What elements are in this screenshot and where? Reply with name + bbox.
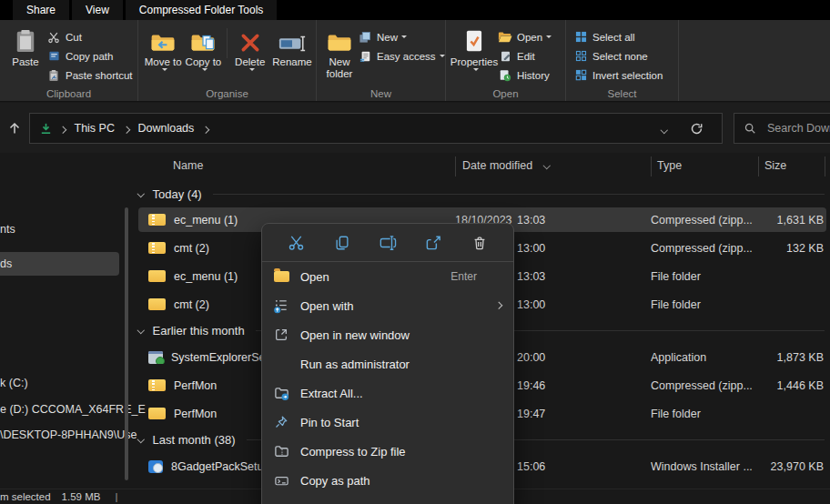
breadcrumb-downloads[interactable]: Downloads [136, 122, 196, 135]
invert-selection-button[interactable]: Invert selection [573, 66, 663, 85]
copy-icon [334, 235, 350, 251]
paste-clipboard-icon [15, 25, 36, 54]
shortcut-label: Enter [450, 270, 477, 283]
search-input[interactable]: Search Downloads [734, 113, 830, 144]
open-group-label: Open [446, 88, 565, 99]
new-folder-icon [326, 25, 353, 54]
context-menu: Open Enter Open with Open in new window … [261, 223, 514, 504]
clipboard-group-label: Clipboard [0, 88, 137, 99]
ribbon-group-new: New folder New Easy access New [317, 20, 446, 101]
column-divider[interactable] [651, 156, 652, 176]
scissors-icon [288, 234, 305, 251]
copy-to-button[interactable]: Copy to [183, 25, 223, 71]
folder-icon [148, 298, 166, 310]
delete-icon-button[interactable] [466, 229, 493, 257]
menu-item-open[interactable]: Open Enter [262, 262, 513, 291]
dropdown-caret [249, 68, 255, 71]
breadcrumb-chevron-icon [123, 126, 130, 133]
copy-icon-button[interactable] [329, 229, 356, 257]
zip-folder-icon [148, 242, 166, 254]
search-placeholder: Search Downloads [767, 122, 830, 135]
paste-shortcut-button[interactable]: Paste shortcut [46, 66, 133, 85]
column-header-name[interactable]: Name [173, 159, 203, 172]
properties-button[interactable]: Properties [450, 25, 498, 85]
sidebar-item-network-path[interactable]: \DESKTOP-8PHHAN9\Use [0, 428, 137, 441]
downloads-folder-icon [39, 122, 53, 136]
new-folder-button[interactable]: New folder [321, 25, 358, 79]
address-bar[interactable]: This PC Downloads [29, 113, 723, 144]
select-all-button[interactable]: Select all [573, 27, 663, 46]
rename-icon [379, 235, 397, 251]
folder-icon [148, 270, 166, 282]
sort-indicator-icon [544, 155, 550, 171]
ribbon-group-clipboard: Paste Cut Copy path [0, 20, 138, 101]
menu-item-open-with[interactable]: Open with [262, 291, 513, 320]
cut-icon-button[interactable] [282, 229, 309, 257]
easy-access-button[interactable]: Easy access [358, 46, 445, 66]
zip-folder-icon [148, 214, 166, 226]
column-divider[interactable] [455, 156, 456, 176]
copy-path-icon [46, 49, 61, 63]
rename-icon-button[interactable] [374, 229, 401, 257]
column-header-type[interactable]: Type [657, 159, 682, 172]
select-none-button[interactable]: Select none [573, 46, 663, 66]
tab-share[interactable]: Share [13, 0, 69, 20]
tab-view[interactable]: View [72, 0, 123, 20]
sidebar-item-drive-d[interactable]: e (D:) CCCOMA_X64FRE_E [0, 403, 146, 416]
column-divider[interactable] [825, 156, 825, 176]
pin-icon [273, 414, 289, 430]
delete-button[interactable]: Delete [230, 25, 270, 71]
menu-item-copy-as-path[interactable]: Copy as path [262, 466, 513, 495]
paste-button[interactable]: Paste [5, 25, 46, 85]
menu-item-compress-to-zip[interactable]: Compress to Zip file [262, 437, 513, 466]
sidebar-item-local-disk-c[interactable]: k (C:) [0, 377, 28, 389]
menu-item-open-in-new-window[interactable]: Open in new window [262, 320, 513, 349]
invert-selection-icon [573, 68, 588, 82]
app-installer-icon [148, 460, 163, 473]
up-arrow-icon [7, 121, 22, 136]
share-icon [425, 234, 442, 251]
address-band: This PC Downloads Search Downloads [0, 103, 830, 153]
sidebar-item-documents[interactable]: nts [0, 223, 15, 236]
submenu-chevron-icon [494, 302, 501, 309]
sidebar-item-downloads[interactable]: ds [0, 252, 119, 276]
select-all-icon [573, 30, 588, 44]
tab-compressed-folder-tools[interactable]: Compressed Folder Tools [126, 0, 278, 20]
open-folder-icon [273, 268, 289, 285]
ribbon-group-open: Properties Open Edit [446, 20, 566, 101]
edit-button[interactable]: Edit [498, 46, 552, 66]
collapse-chevron-icon [137, 327, 145, 334]
collapse-chevron-icon [137, 190, 145, 197]
menu-item-extract-all[interactable]: Extract All... [262, 378, 513, 408]
open-button[interactable]: Open [498, 27, 552, 46]
properties-icon [463, 25, 485, 54]
copy-as-path-icon [273, 472, 289, 489]
column-header-date-modified[interactable]: Date modified [462, 159, 532, 172]
history-icon [498, 68, 512, 82]
column-divider[interactable] [758, 156, 759, 176]
folder-icon [148, 408, 166, 419]
extract-all-icon [273, 385, 289, 401]
ribbon-group-organise: Move to Copy to Delete [138, 20, 317, 101]
breadcrumb-this-pc[interactable]: This PC [73, 122, 116, 135]
share-icon-button[interactable] [420, 229, 448, 257]
address-dropdown-button[interactable] [662, 122, 667, 135]
ribbon-group-select: Select all Select none Invert selection … [566, 20, 679, 101]
new-item-icon [358, 30, 372, 44]
move-to-button[interactable]: Move to [143, 25, 183, 71]
column-header-size[interactable]: Size [764, 159, 786, 172]
sidebar-scrollbar-thumb[interactable] [125, 207, 128, 480]
menu-item-pin-to-start[interactable]: Pin to Start [262, 408, 513, 437]
trash-icon [471, 235, 488, 251]
menu-item-run-as-administrator[interactable]: Run as administrator [262, 349, 513, 378]
up-button[interactable] [4, 117, 25, 139]
history-button[interactable]: History [498, 66, 552, 85]
group-divider [227, 28, 228, 58]
cut-button[interactable]: Cut [46, 27, 133, 46]
copy-path-button[interactable]: Copy path [46, 46, 133, 66]
refresh-button[interactable] [690, 122, 703, 136]
group-header-today[interactable]: Today (4) [138, 184, 825, 204]
new-item-button[interactable]: New [358, 27, 445, 46]
rename-button[interactable]: Rename [270, 25, 314, 71]
installer-icon [148, 351, 163, 364]
